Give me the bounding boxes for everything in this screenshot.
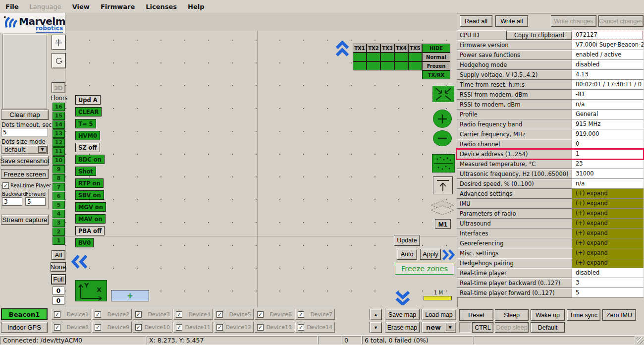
device-scroll-down-button[interactable]: ▼ (370, 322, 382, 333)
menu-item-firmware[interactable]: Firmware (95, 0, 140, 13)
default-button[interactable]: Default (531, 322, 565, 333)
resize-grip-icon[interactable] (637, 337, 644, 344)
map-button-clear[interactable]: CLEAR (75, 107, 102, 116)
floor-button-9[interactable]: 9 (53, 165, 65, 173)
freeze-zones-button[interactable]: Freeze zones (395, 263, 454, 275)
settings-value-25[interactable]: 3 (572, 278, 644, 288)
reset-button[interactable]: Reset (459, 309, 493, 321)
floor-button-14[interactable]: 14 (53, 120, 65, 129)
floor-button-12[interactable]: 12 (53, 138, 65, 147)
double-chevron-down-icon[interactable] (394, 289, 411, 305)
floor-button-2[interactable]: 2 (53, 228, 65, 236)
cancel-changes-button[interactable]: Cancel changes (598, 15, 644, 27)
device-checkbox-device3[interactable]: ✓ (135, 311, 142, 318)
device-checkbox-device14[interactable]: ✓ (298, 324, 304, 331)
dots-size-select[interactable]: default ▼ (1, 145, 48, 154)
settings-value-5[interactable]: 00:02:01 / 17:30:11 / 0 (572, 80, 644, 90)
m1-button[interactable]: M1 (435, 219, 451, 229)
device-checkbox-device7[interactable]: ✓ (298, 311, 304, 318)
tx-header-tx3[interactable]: TX3 (380, 44, 394, 53)
stream-capture-button[interactable]: Stream capture (1, 215, 49, 225)
realtime-player-checkbox[interactable]: ✓ (2, 182, 9, 189)
settings-expand-21[interactable]: (+) expand (572, 238, 644, 248)
floor-button-11[interactable]: 11 (53, 147, 65, 156)
clear-map-button[interactable]: Clear map (1, 110, 49, 120)
map-button-hvm0[interactable]: HVM0 (75, 131, 100, 140)
beacon-tab[interactable]: Beacon1 (1, 308, 48, 320)
tx-cell-normal-4[interactable] (394, 53, 408, 61)
tx-cell-frozen-5[interactable] (408, 61, 422, 70)
floor-button-16[interactable]: 16 (53, 103, 65, 111)
device-cell-device9[interactable]: ✓Device9 (92, 322, 132, 333)
axis-view-button[interactable]: xy (52, 35, 66, 50)
floors-all-button[interactable]: All (52, 250, 65, 260)
zoom-out-button[interactable] (433, 130, 452, 146)
device-checkbox-device9[interactable]: ✓ (95, 324, 101, 331)
menu-item-view[interactable]: View (67, 0, 95, 13)
settings-expand-22[interactable]: (+) expand (572, 248, 644, 258)
settings-expand-23[interactable]: (+) expand (572, 258, 644, 268)
settings-value-6[interactable]: -81 (572, 90, 644, 100)
auto-button[interactable]: Auto (397, 249, 417, 260)
floors-full-button[interactable]: Full (52, 275, 65, 284)
floor-button-4[interactable]: 4 (53, 210, 65, 218)
tx-header-tx4[interactable]: TX4 (394, 44, 408, 53)
tx-header-tx2[interactable]: TX2 (367, 44, 380, 53)
origin-axis-box[interactable]: Y X (75, 280, 107, 301)
menu-item-language[interactable]: Language (24, 0, 67, 13)
settings-value-14[interactable]: 31000 (572, 169, 644, 179)
settings-value-8[interactable]: General (572, 110, 644, 119)
double-chevron-up-icon[interactable] (335, 41, 350, 57)
write-changes-button[interactable]: Write changes (551, 15, 596, 27)
tx-cell-frozen-1[interactable] (353, 61, 367, 70)
settings-value-2[interactable]: enabled / active (572, 50, 644, 60)
sleep-button[interactable]: Sleep (495, 309, 529, 321)
wake-up-button[interactable]: Wake up (531, 309, 565, 321)
device-cell-device4[interactable]: ✓Device4 (173, 309, 213, 320)
device-cell-device2[interactable]: ✓Device2 (92, 309, 132, 320)
floor-button-7[interactable]: 7 (53, 183, 65, 191)
dots-timeout-input[interactable] (1, 128, 48, 136)
map-button-mgv-on[interactable]: MGV on (75, 202, 106, 212)
device-cell-device14[interactable]: ✓Device14 (295, 322, 335, 333)
floor-button-15[interactable]: 15 (53, 112, 65, 120)
dropdown-arrow-icon[interactable]: ▼ (38, 146, 47, 153)
floor-offset-input-1[interactable] (53, 287, 64, 295)
device-cell-device7[interactable]: ✓Device7 (295, 309, 335, 320)
settings-value-10[interactable]: 919.000 (572, 129, 644, 139)
map-button-pba-off[interactable]: PBA off (75, 226, 105, 235)
write-all-button[interactable]: Write all (495, 15, 528, 27)
settings-value-24[interactable]: disabled (572, 268, 644, 278)
map-button-upd-a[interactable]: Upd A (75, 95, 101, 105)
ctrl-checkbox[interactable] (459, 322, 471, 333)
device-cell-device10[interactable]: ✓Device10 (133, 322, 172, 333)
load-map-button[interactable]: Load map (422, 309, 456, 320)
time-sync-button[interactable]: Time sync (567, 309, 600, 321)
map-button-sz-off[interactable]: SZ off (75, 143, 100, 152)
freeze-screen-button[interactable]: Freeze screen (1, 169, 49, 179)
tx-cell-frozen-4[interactable] (394, 61, 408, 70)
device-cell-device5[interactable]: ✓Device5 (214, 309, 254, 320)
realtime-player-toggle[interactable]: ✓ Real-time Player (2, 182, 52, 189)
map-select-arrow-icon[interactable]: ▼ (446, 324, 454, 331)
backward-input[interactable] (2, 197, 22, 206)
device-cell-device8[interactable]: ✓Device8 (52, 322, 91, 333)
floor-button-3[interactable]: 3 (53, 219, 65, 227)
device-checkbox-device2[interactable]: ✓ (95, 311, 101, 318)
settings-value-13[interactable]: 23 (572, 159, 644, 169)
map-button-rtp-on[interactable]: RTP on (75, 178, 104, 188)
erase-map-button[interactable]: Erase map (385, 322, 420, 333)
map-select[interactable]: new ▼ (422, 322, 456, 333)
save-screenshot-button[interactable]: Save screenshot (1, 156, 49, 166)
settings-value-1[interactable]: V7.000i Super-Beacon-2 (572, 40, 644, 50)
device-cell-device11[interactable]: ✓Device11 (173, 322, 213, 333)
indoor-gps-tab[interactable]: Indoor GPS (1, 322, 48, 333)
settings-expand-18[interactable]: (+) expand (572, 209, 644, 219)
read-all-button[interactable]: Read all (460, 15, 492, 27)
tx-cell-frozen-3[interactable] (380, 61, 394, 70)
map-button-shot[interactable]: Shot (75, 167, 96, 176)
menu-item-help[interactable]: Help (182, 0, 210, 13)
floor-button-1[interactable]: 1 (53, 236, 65, 245)
device-checkbox-device13[interactable]: ✓ (257, 324, 264, 331)
rotate-view-button[interactable] (52, 53, 66, 68)
